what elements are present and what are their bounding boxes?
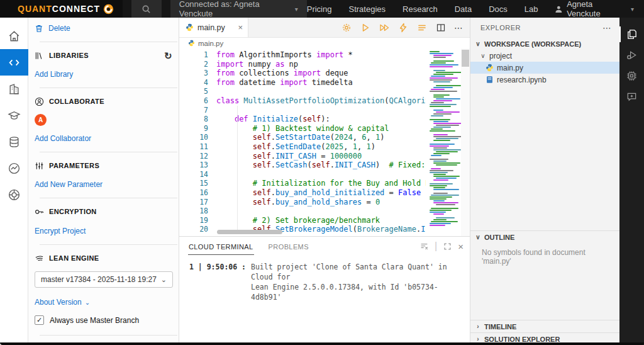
line-number: 12 (179, 152, 208, 161)
file-research-ipynb[interactable]: research.ipynb (470, 74, 619, 86)
data-tab[interactable] (0, 128, 28, 155)
line-number: 4 (179, 78, 208, 88)
backtest-button[interactable] (360, 22, 370, 33)
minimap-line (430, 117, 459, 118)
add-library-link[interactable]: Add Library (35, 70, 73, 79)
nav-link-data[interactable]: Data (455, 4, 472, 14)
log-entry-prefix: 1 | 9:50:06 : (189, 262, 246, 302)
extensions-view-button[interactable] (619, 65, 644, 86)
support-tab[interactable] (0, 181, 28, 208)
minimap-line (430, 223, 451, 224)
minimap-line (430, 198, 447, 200)
run-debug-view-button[interactable] (619, 45, 644, 65)
file-name: main.py (497, 64, 523, 72)
divider (40, 335, 177, 336)
breadcrumb[interactable]: main.py (179, 38, 470, 48)
collaborator-avatar[interactable]: A (35, 114, 47, 126)
learning-tab[interactable] (0, 102, 28, 128)
nav-link-lab[interactable]: Lab (525, 4, 538, 14)
workspace-tree-root[interactable]: ∨ WORKSPACE (WORKSPACE) (470, 38, 619, 50)
about-version-link[interactable]: About Version (35, 298, 82, 307)
connected-as-dropdown[interactable]: Connected as: Agneta Venckute ▾ (170, 0, 307, 18)
minimap-line (431, 89, 445, 90)
minimap-line (433, 94, 450, 96)
line-number: 16 (179, 188, 208, 198)
collaborate-title: COLLABORATE (49, 98, 104, 105)
tab-problems[interactable]: PROBLEMS (268, 238, 309, 254)
bottom-panel: CLOUD TERMINAL PROBLEMS | × 1 | 9:50:06 … (179, 236, 470, 345)
lifebuoy-icon (8, 188, 21, 201)
maximize-panel-icon[interactable] (443, 242, 452, 251)
delete-project-item[interactable]: Delete (28, 21, 179, 35)
user-menu[interactable]: Agneta Venckute ▾ (555, 0, 634, 18)
minimap-line (431, 221, 458, 222)
quantconnect-logo[interactable]: QUANT CONNECT (0, 0, 123, 18)
close-tab-icon[interactable]: × (238, 23, 243, 32)
divider (40, 88, 177, 88)
scrollbar-thumb[interactable] (462, 50, 469, 67)
nav-link-pricing[interactable]: Pricing (307, 4, 332, 14)
line-content: class MultiAssetPortfolioOptimization(QC… (208, 96, 448, 106)
encrypt-project-link[interactable]: Encrypt Project (35, 227, 86, 235)
minimap-line (436, 178, 457, 179)
minimap-line (430, 66, 453, 67)
minimap-line (430, 166, 459, 167)
live-trade-button[interactable] (397, 22, 408, 33)
minimap-line (430, 59, 459, 60)
python-file-icon (186, 23, 194, 31)
minimap[interactable] (426, 48, 461, 236)
chevron-down-icon: ∨ (474, 234, 482, 240)
chat-view-button[interactable] (619, 86, 644, 107)
minimap-line (430, 191, 459, 192)
minimap-line (433, 127, 451, 128)
outline-section-header[interactable]: ∨ OUTLINE (470, 231, 619, 243)
tab-cloud-terminal[interactable]: CLOUD TERMINAL (188, 238, 254, 255)
add-collaborator-link[interactable]: Add Collaborator (35, 134, 91, 143)
minimap-line (430, 215, 459, 217)
minimap-line (430, 144, 455, 145)
search-button[interactable] (131, 0, 162, 18)
minimap-line (430, 93, 459, 94)
home-tab[interactable] (0, 23, 28, 49)
vertical-scrollbar[interactable] (461, 48, 470, 236)
nav-link-research[interactable]: Research (402, 4, 438, 14)
code-editor[interactable]: 1from AlgorithmImports import *2import n… (179, 48, 470, 236)
build-settings-button[interactable] (341, 22, 352, 33)
line-number: 13 (179, 161, 208, 170)
explorer-view-button[interactable] (619, 24, 644, 45)
parameters-section-header: PARAMETERS (28, 159, 179, 172)
chevron-right-icon: › (474, 323, 482, 330)
markets-tab[interactable] (0, 155, 28, 181)
clear-output-icon[interactable] (420, 242, 428, 251)
refresh-icon[interactable]: ↻ (164, 51, 172, 60)
divider (40, 244, 177, 245)
master-branch-checkbox[interactable]: ✓ (35, 315, 44, 325)
close-panel-icon[interactable]: × (458, 241, 464, 252)
minimap-line (430, 225, 445, 226)
more-actions-icon[interactable]: ⋯ (602, 23, 612, 33)
horizontal-scrollbar[interactable] (217, 230, 282, 234)
nav-link-docs[interactable]: Docs (489, 4, 508, 14)
lean-version-select[interactable]: master v17384 - 2025-11-18 19:27 ⌄ (35, 271, 173, 288)
nav-link-strategies[interactable]: Strategies (348, 4, 386, 14)
python-file-icon (486, 64, 494, 72)
minimap-line (433, 140, 450, 141)
timeline-section-header[interactable]: › TIMELINE (470, 320, 619, 332)
minimap-line (430, 157, 459, 158)
quantconnect-swirl-icon (103, 4, 114, 14)
project-folder[interactable]: ∨ project (470, 50, 619, 62)
tab-main-py[interactable]: main.py × (179, 18, 248, 37)
organization-tab[interactable] (0, 76, 28, 102)
more-actions-icon[interactable]: ⋯ (454, 23, 464, 33)
line-content: from AlgorithmImports import * (208, 50, 353, 60)
logs-button[interactable] (416, 22, 427, 33)
add-parameter-link[interactable]: Add New Parameter (35, 180, 103, 189)
connected-as-label: Connected as: Agneta Venckute (179, 0, 290, 18)
line-number: 2 (179, 60, 208, 69)
split-editor-button[interactable] (435, 22, 446, 33)
file-main-py[interactable]: main.py (470, 62, 619, 74)
debug-button[interactable] (379, 22, 389, 33)
code-editor-tab[interactable] (0, 49, 28, 76)
editor-group: main.py × (179, 18, 470, 345)
line-content: self.buy_and_hold_initialized = False (208, 188, 421, 198)
